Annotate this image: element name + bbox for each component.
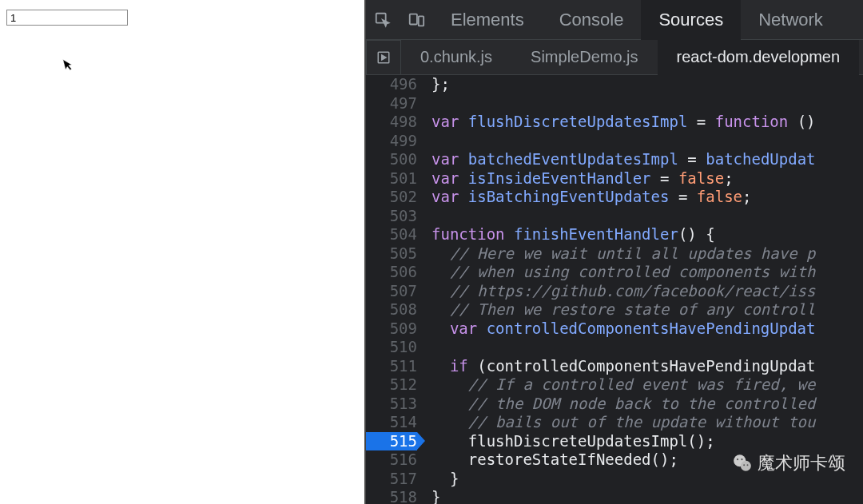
- line-number[interactable]: 506: [366, 263, 417, 282]
- device-toolbar-icon[interactable]: [400, 0, 433, 40]
- line-number[interactable]: 500: [366, 150, 417, 169]
- line-number[interactable]: 501: [366, 169, 417, 189]
- line-number[interactable]: 504: [366, 225, 417, 244]
- line-number[interactable]: 503: [366, 207, 417, 226]
- tab-network[interactable]: Network: [741, 0, 841, 40]
- code-line[interactable]: // bails out of the update without tou: [428, 413, 863, 432]
- devtools-main-tabs: Elements Console Sources Network: [366, 0, 863, 40]
- line-number[interactable]: 516: [366, 450, 417, 470]
- code-line[interactable]: }: [428, 488, 863, 504]
- code-line[interactable]: flushDiscreteUpdatesImpl();: [428, 432, 863, 451]
- code-line[interactable]: }: [428, 470, 863, 489]
- code-line[interactable]: // If a controlled event was fired, we: [428, 375, 863, 395]
- line-number[interactable]: 513: [366, 395, 417, 414]
- mouse-cursor-icon: [62, 57, 75, 75]
- line-number[interactable]: 517: [366, 470, 417, 489]
- code-content[interactable]: }; var flushDiscreteUpdatesImpl = functi…: [428, 75, 863, 504]
- line-number[interactable]: 507: [366, 282, 417, 301]
- line-number[interactable]: 505: [366, 244, 417, 264]
- code-line[interactable]: if (controlledComponentsHavePendingUpdat: [428, 357, 863, 376]
- code-line[interactable]: };: [428, 75, 863, 94]
- tab-sources[interactable]: Sources: [641, 0, 741, 40]
- code-line[interactable]: [428, 132, 863, 151]
- code-line[interactable]: [428, 207, 863, 226]
- line-number[interactable]: 511: [366, 357, 417, 376]
- code-line[interactable]: [428, 94, 863, 113]
- file-tab-reactdom[interactable]: react-dom.developmen: [658, 40, 860, 75]
- code-line[interactable]: // Then we restore state of any controll: [428, 300, 863, 319]
- svg-rect-1: [410, 14, 417, 24]
- code-line[interactable]: // the DOM node back to the controlled: [428, 395, 863, 414]
- code-line[interactable]: var controlledComponentsHavePendingUpdat: [428, 319, 863, 339]
- file-tab-0chunk[interactable]: 0.chunk.js: [401, 40, 511, 75]
- svg-rect-2: [419, 16, 424, 26]
- line-number[interactable]: 498: [366, 113, 417, 132]
- line-number[interactable]: 518: [366, 488, 417, 504]
- page-body[interactable]: [0, 0, 366, 504]
- line-number[interactable]: 496: [366, 75, 417, 94]
- code-line[interactable]: restoreStateIfNeeded();: [428, 450, 863, 470]
- line-number[interactable]: 514: [366, 413, 417, 432]
- code-line[interactable]: var isBatchingEventUpdates = false;: [428, 188, 863, 207]
- line-number[interactable]: 512: [366, 375, 417, 395]
- code-line[interactable]: var batchedEventUpdatesImpl = batchedUpd…: [428, 150, 863, 169]
- line-number[interactable]: 515: [366, 432, 417, 451]
- tab-elements[interactable]: Elements: [433, 0, 542, 40]
- run-snippet-icon[interactable]: [366, 40, 401, 75]
- line-number-gutter[interactable]: 4964974984995005015025035045055065075085…: [366, 75, 428, 504]
- devtools-panel: Elements Console Sources Network 0.chunk…: [366, 0, 863, 504]
- line-number[interactable]: 508: [366, 300, 417, 319]
- demo-text-input[interactable]: [6, 10, 128, 26]
- inspect-element-icon[interactable]: [366, 0, 400, 40]
- line-number[interactable]: 497: [366, 94, 417, 113]
- code-line[interactable]: [428, 338, 863, 357]
- source-file-tabs: 0.chunk.js SimpleDemo.js react-dom.devel…: [366, 40, 863, 75]
- code-line[interactable]: var flushDiscreteUpdatesImpl = function …: [428, 113, 863, 132]
- code-line[interactable]: function finishEventHandler() {: [428, 225, 863, 244]
- source-code-viewer[interactable]: 4964974984995005015025035045055065075085…: [366, 75, 863, 504]
- line-number[interactable]: 510: [366, 338, 417, 357]
- file-tab-simpledemo[interactable]: SimpleDemo.js: [511, 40, 657, 75]
- code-line[interactable]: // when using controlled components with: [428, 263, 863, 282]
- line-number[interactable]: 499: [366, 132, 417, 151]
- code-line[interactable]: // https://github.com/facebook/react/iss: [428, 282, 863, 301]
- code-line[interactable]: // Here we wait until all updates have p: [428, 244, 863, 264]
- line-number[interactable]: 509: [366, 319, 417, 339]
- line-number[interactable]: 502: [366, 188, 417, 207]
- tab-console[interactable]: Console: [542, 0, 642, 40]
- code-line[interactable]: var isInsideEventHandler = false;: [428, 169, 863, 189]
